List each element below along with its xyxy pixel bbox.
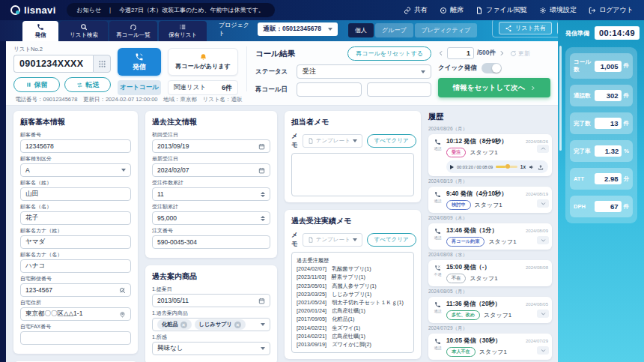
collapse-button[interactable] [537,145,549,153]
expand-button[interactable] [537,199,549,208]
chevron-down-icon [421,70,425,73]
template-select[interactable]: テンプレート [303,134,362,148]
phone-number-input[interactable]: 0901234XXXX [13,55,93,73]
prev-record-button[interactable] [438,50,444,56]
seek-bar[interactable] [496,166,517,168]
settings-button[interactable]: 環境設定 [539,5,577,15]
recall-date-input[interactable] [297,82,362,97]
clear-all-button[interactable]: すべてクリア [367,233,416,247]
record-number-input[interactable]: 1 [447,47,474,59]
expand-button[interactable] [537,346,549,355]
order-count-stepper[interactable]: 11 [152,187,270,201]
home-address-input[interactable]: 東京都〇〇区△△1-1 [20,307,131,321]
mode-group-button[interactable]: グループ [375,23,413,37]
mode-personal-button[interactable]: 個人 [348,23,374,37]
recall-date-label: 再コール日 [255,85,291,94]
file-icon [308,138,314,144]
quick-dial-toggle[interactable] [482,63,502,73]
playback-speed-button[interactable]: 1x [520,164,526,169]
last-name-input[interactable]: 山田 [20,187,131,201]
volume-icon[interactable] [529,164,535,170]
stepper-icon[interactable] [261,192,265,197]
history-date: 2024/08/08（水） [428,252,552,259]
history-entry[interactable]: 不通 15:00 発信（-） 2024/08/08 不在 スタッフ1 [428,260,552,286]
stepper-icon[interactable] [261,216,265,221]
tag-remove-icon[interactable]: × [234,322,241,328]
order-amount-stepper[interactable]: 95,000 [152,211,270,225]
set-and-next-button[interactable]: 情報をセットして次へ [438,78,550,97]
stat-label: ATT [574,175,584,182]
staff-memo-textarea[interactable] [291,153,414,196]
impression-select[interactable]: 興味なし [152,342,270,355]
clear-all-button[interactable]: すべてクリア [367,134,416,148]
template-label: テンプレート [316,137,350,145]
calendar-icon[interactable] [258,167,265,174]
first-name-input[interactable]: 花子 [20,211,131,225]
share-button[interactable]: 共有 [404,5,428,15]
history-entry[interactable]: 通話 11:36 発信（20秒） 2024/08/05 多忙、改め スタッフ1 [428,297,552,323]
sidebar-scrollbar[interactable] [559,46,562,151]
logout-icon [589,7,596,14]
tag-remove-icon[interactable]: × [180,322,187,328]
first-name-kana-input[interactable]: ハナコ [20,259,131,273]
customer-type-select[interactable]: A [20,163,131,177]
logout-button[interactable]: ログアウト [589,5,634,15]
logo-text: lisnavi [24,4,56,16]
history-date: 2024/08/19（月） [428,178,552,185]
proposal-date-input[interactable]: 2013/05/11 [152,294,270,307]
last-name-kana-input[interactable]: ヤマダ [20,235,131,249]
tab-dial[interactable]: 発信 [22,21,58,41]
away-button[interactable]: 離席 [440,5,464,15]
first-order-date-input[interactable]: 2013/09/19 [152,139,270,153]
expand-button[interactable] [537,236,549,244]
recall-time-input[interactable] [367,82,432,97]
order-number-input[interactable]: 590-0045-304 [152,235,270,249]
dial-button[interactable]: 発信 [118,48,161,76]
tab-owned-lists[interactable]: 保有リスト [159,21,207,41]
play-icon[interactable] [450,165,454,169]
card-title: 過去案内商品 [152,271,270,282]
map-pin-icon[interactable] [119,311,126,318]
customer-number-input[interactable]: 12345678 [20,139,131,153]
template-select[interactable]: テンプレート [303,233,362,247]
transfer-button[interactable]: 転送 [64,77,111,92]
memo-label: メモ [291,231,298,249]
file-view-button[interactable]: ファイル閲覧 [476,5,527,15]
history-entry[interactable]: 通話 10:05 発信（30秒） 2024/07/29 本人不在 スタッフ1 [428,334,552,360]
app-logo[interactable]: lisnavi [10,4,56,16]
refresh-button[interactable]: 更新 [510,49,530,58]
stat-completion-rate: 完了率 1.32 % [570,140,633,162]
autocall-button[interactable]: オートコール [118,80,161,95]
status-select[interactable]: 受注 [297,64,431,79]
announcement-label: お知らせ [77,6,102,14]
download-icon[interactable] [538,164,544,170]
project-select[interactable]: 通販：05012345678 [258,22,338,36]
recall-reset-button[interactable]: 再コールをリセットする [347,46,431,61]
postal-code-input[interactable]: 123-4567 [20,283,131,297]
related-list-button[interactable]: 関連リスト 6件 [168,80,238,95]
status-badge: 本人不在 [446,347,476,357]
mode-predictive-button[interactable]: プレディクティブ [415,23,478,37]
calendar-icon[interactable] [258,143,265,150]
calendar-icon[interactable] [258,298,265,304]
expand-button[interactable] [537,310,549,318]
project-select-value: 通販：05012345678 [263,25,321,34]
next-record-button[interactable] [499,50,505,56]
keypad-button[interactable] [93,55,111,73]
recall-notice[interactable]: 再コールがあります [168,48,238,76]
tab-list-search[interactable]: リスト検索 [60,21,108,41]
tab-recall-list[interactable]: 再コール一覧 [109,21,157,41]
history-entry[interactable]: 通話 13:46 発信（1分） 2024/08/09 再コール約束 スタッフ1 [428,223,552,250]
history-entry[interactable]: 通話 9:40 発信（4分10秒） 2024/08/19 検討中 スタッフ1 [428,187,552,213]
history-entry[interactable]: 通話 10:12 発信（8分9秒） 2024/08/26 受注 スタッフ1 00… [428,134,552,176]
hold-button[interactable]: 保留 [13,77,60,92]
history-entry-title: 10:12 発信（8分9秒） [446,137,507,145]
list-share-button[interactable]: リスト共有 [499,22,552,34]
latest-order-date-input[interactable]: 2024/02/07 [152,163,270,177]
address-search-icon[interactable] [119,287,126,294]
proposal-items-select[interactable]: 化粧品× しじみサプリ× [152,318,270,331]
home-fax-input[interactable] [20,331,131,345]
order-history-memo-textarea[interactable]: 過去受注履歴 [2024/02/07] 乳酸菌サプリ(1) [2023/11/0… [291,252,414,353]
field-value: 11 [157,190,164,198]
field-label: 顧客名（姓） [20,180,131,186]
